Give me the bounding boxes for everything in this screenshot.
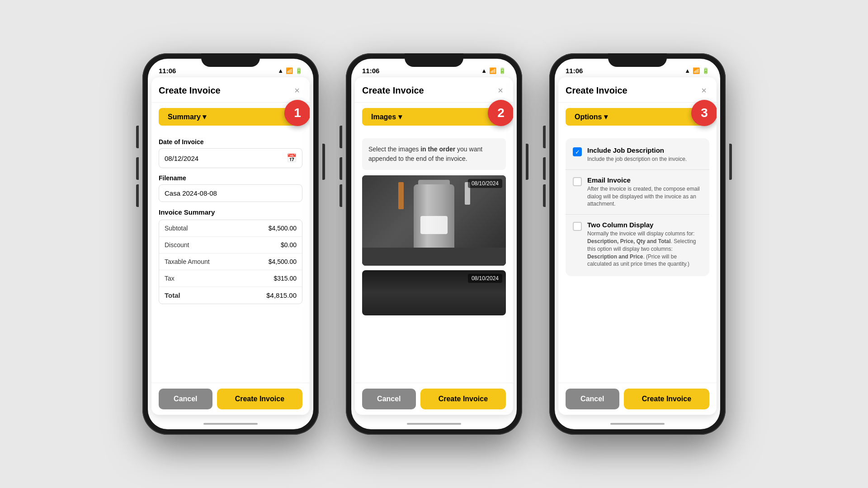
heater-base: [362, 248, 506, 266]
water-heater-image: [362, 175, 506, 266]
modal-1: Create Invoice × Summary ▾ 1 Date of Inv…: [151, 77, 310, 415]
bold-text-2: Description and Price: [587, 253, 643, 260]
modal-title-3: Create Invoice: [566, 85, 627, 96]
notch-1: [201, 53, 260, 67]
table-row: Discount $0.00: [159, 237, 302, 253]
modal-header-1: Create Invoice ×: [151, 77, 310, 103]
home-indicator-3: [555, 418, 720, 429]
modal-title-2: Create Invoice: [362, 85, 424, 96]
option-title-two-column: Two Column Display: [587, 221, 702, 229]
checkbox-include-job-desc[interactable]: [573, 147, 582, 156]
filename-label: Filename: [159, 174, 302, 182]
notch-2: [405, 53, 463, 67]
wifi-icon: 📶: [286, 67, 293, 74]
row-value: $0.00: [281, 241, 297, 249]
phone-2: 11:06 ▲ 📶 🔋 Create Invoice × Images ▾ 2: [346, 53, 522, 435]
option-text-include-job-desc: Include Job Description Include the job …: [587, 146, 702, 163]
row-label: Subtotal: [165, 225, 188, 232]
close-button-3[interactable]: ×: [698, 84, 709, 97]
modal-title-1: Create Invoice: [159, 85, 221, 96]
footer-2: Cancel Create Invoice: [355, 383, 513, 415]
filename-value: Casa 2024-08-08: [165, 189, 217, 197]
footer-3: Cancel Create Invoice: [558, 383, 717, 415]
create-invoice-button-2[interactable]: Create Invoice: [420, 389, 506, 409]
summary-tab[interactable]: Summary ▾: [159, 108, 302, 126]
summary-tab-label: Summary ▾: [168, 113, 206, 121]
close-button-1[interactable]: ×: [292, 84, 302, 97]
modal-3: Create Invoice × Options ▾ 3: [558, 77, 717, 415]
modal-2: Create Invoice × Images ▾ 2 Select the i…: [355, 77, 513, 415]
summary-section-title: Invoice Summary: [159, 208, 302, 216]
notch-3: [608, 53, 667, 67]
tab-wrapper-1: Summary ▾ 1: [159, 108, 302, 126]
tab-wrapper-3: Options ▾ 3: [566, 108, 709, 126]
tab-container-2: Images ▾ 2: [355, 103, 513, 131]
images-tab[interactable]: Images ▾: [362, 108, 506, 126]
option-title-email-invoice: Email Invoice: [587, 176, 702, 184]
options-tab[interactable]: Options ▾: [566, 108, 709, 126]
battery-icon: 🔋: [295, 67, 302, 74]
tab-container-3: Options ▾ 3: [558, 103, 717, 131]
options-tab-label: Options ▾: [575, 113, 608, 121]
modal-header-3: Create Invoice ×: [558, 77, 717, 103]
option-desc-two-column: Normally the invoice will display column…: [587, 230, 702, 268]
time-3: 11:06: [566, 67, 583, 75]
image-thumb-1[interactable]: 08/10/2024: [362, 175, 506, 266]
create-invoice-button-1[interactable]: Create Invoice: [217, 389, 302, 409]
battery-icon: 🔋: [702, 67, 709, 74]
images-tab-label: Images ▾: [371, 113, 402, 121]
image-date-2: 08/10/2024: [468, 274, 502, 283]
signal-icon: ▲: [278, 67, 283, 74]
step-badge-1: 1: [284, 100, 310, 126]
modal-header-2: Create Invoice ×: [355, 77, 513, 103]
cancel-button-1[interactable]: Cancel: [159, 389, 212, 409]
row-label: Taxable Amount: [165, 258, 210, 265]
date-input[interactable]: 08/12/2024 📅: [159, 148, 302, 168]
table-row-total: Total $4,815.00: [159, 287, 302, 304]
heater-label-sticker: [420, 216, 448, 234]
options-section: Include Job Description Include the job …: [566, 138, 709, 276]
home-bar-3: [610, 423, 665, 425]
option-email-invoice[interactable]: Email Invoice After the invoice is creat…: [566, 170, 709, 215]
date-label: Date of Invoice: [159, 138, 302, 145]
home-bar-2: [407, 423, 461, 425]
home-indicator-1: [148, 418, 313, 429]
bold-text-1: Description, Price, Qty and Total: [587, 238, 670, 244]
tab-container-1: Summary ▾ 1: [151, 103, 310, 131]
cancel-button-3[interactable]: Cancel: [566, 389, 619, 409]
info-prefix: Select the images: [368, 145, 420, 153]
info-bold: in the order: [420, 145, 455, 153]
option-desc-include-job-desc: Include the job description on the invoi…: [587, 155, 702, 163]
cancel-button-2[interactable]: Cancel: [362, 389, 416, 409]
step-badge-3: 3: [691, 100, 717, 126]
option-include-job-desc[interactable]: Include Job Description Include the job …: [566, 140, 709, 170]
row-value: $4,500.00: [269, 258, 297, 265]
row-label: Discount: [165, 241, 189, 249]
wifi-icon: 📶: [489, 67, 496, 74]
row-value: $4,500.00: [269, 225, 297, 232]
calendar-icon: 📅: [287, 153, 297, 163]
form-content-1: Date of Invoice 08/12/2024 📅 Filename Ca…: [151, 131, 310, 383]
image-thumb-2[interactable]: 08/10/2024: [362, 270, 506, 315]
option-desc-email-invoice: After the invoice is created, the compos…: [587, 185, 702, 208]
table-row: Tax $315.00: [159, 270, 302, 287]
option-two-column[interactable]: Two Column Display Normally the invoice …: [566, 215, 709, 274]
checkbox-email-invoice[interactable]: [573, 177, 582, 186]
signal-icon: ▲: [684, 67, 690, 74]
image-date-1: 08/10/2024: [468, 179, 502, 188]
time-2: 11:06: [362, 67, 379, 75]
option-text-two-column: Two Column Display Normally the invoice …: [587, 221, 702, 268]
table-row: Taxable Amount $4,500.00: [159, 253, 302, 270]
close-button-2[interactable]: ×: [495, 84, 506, 97]
total-value: $4,815.00: [266, 291, 297, 299]
summary-table: Subtotal $4,500.00 Discount $0.00 Taxabl…: [159, 220, 302, 304]
create-invoice-button-3[interactable]: Create Invoice: [624, 389, 709, 409]
time-1: 11:06: [159, 67, 176, 75]
home-bar-1: [203, 423, 258, 425]
signal-icon: ▲: [481, 67, 487, 74]
footer-1: Cancel Create Invoice: [151, 383, 310, 415]
option-title-include-job-desc: Include Job Description: [587, 146, 702, 154]
checkbox-two-column[interactable]: [573, 222, 582, 231]
filename-input[interactable]: Casa 2024-08-08: [159, 184, 302, 202]
form-content-3: Include Job Description Include the job …: [558, 131, 717, 383]
